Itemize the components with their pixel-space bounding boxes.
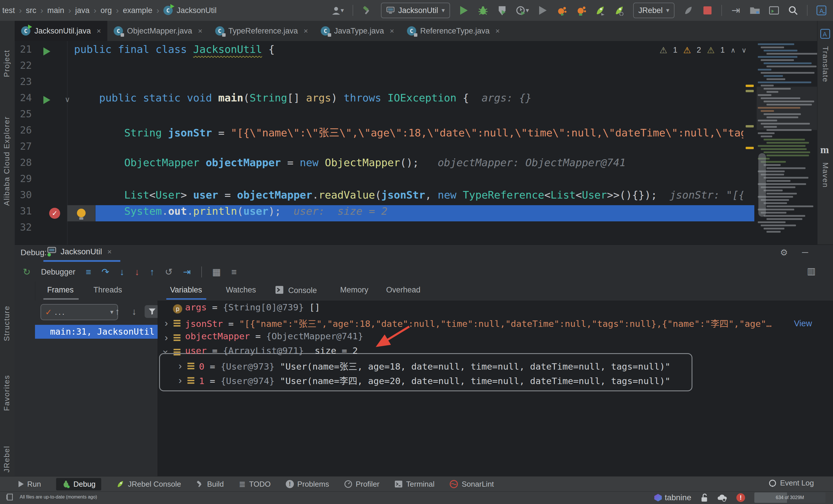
tab-overhead[interactable]: Overhead <box>386 285 421 295</box>
tree-expand-icon[interactable]: › <box>162 331 171 344</box>
frame-down-icon[interactable]: ↓ <box>132 307 137 316</box>
event-log-button[interactable]: Event Log <box>768 479 814 487</box>
rerun-icon[interactable]: ↻ <box>23 267 31 277</box>
cloud-settings-icon[interactable] <box>717 494 727 502</box>
close-icon[interactable]: × <box>107 247 112 256</box>
frame-up-icon[interactable]: ↑ <box>115 307 120 316</box>
run-configuration-select[interactable]: JacksonUtil ▾ <box>381 3 450 18</box>
breadcrumb-item[interactable]: src <box>26 6 37 15</box>
drop-frame-icon[interactable]: ↺ <box>165 267 173 277</box>
jrebel-disabled-icon[interactable] <box>683 4 694 17</box>
step-over-icon[interactable]: ↷ <box>101 267 109 277</box>
close-tab-icon[interactable]: × <box>390 27 394 35</box>
tree-expand-icon[interactable]: › <box>176 359 185 372</box>
toolbar-item-run[interactable]: Run <box>19 480 41 489</box>
fold-marker-icon[interactable]: ∨ <box>63 92 72 108</box>
variable-row[interactable]: 0 = {User@973} "User(name=张三, age=18, da… <box>199 359 792 373</box>
force-step-into-icon[interactable]: ↓ <box>135 267 139 277</box>
jrebel-run-icon[interactable] <box>595 4 605 17</box>
variable-row[interactable]: jsonStr = "[{"name":"张三","age":18,"date"… <box>185 317 792 330</box>
run-button[interactable] <box>459 4 469 17</box>
build-hammer-icon[interactable] <box>362 4 372 17</box>
show-execution-point-icon[interactable]: ≡ <box>86 267 91 277</box>
ide-error-notification-icon[interactable]: ! <box>736 493 745 502</box>
editor-tab[interactable]: ObjectMapper.java× <box>107 21 209 41</box>
tab-memory[interactable]: Memory <box>340 285 368 295</box>
stack-frame-selected[interactable]: main:31, JacksonUtil <box>35 325 158 339</box>
evaluate-expression-icon[interactable]: ▦ <box>212 267 221 277</box>
tree-expand-icon[interactable]: › <box>176 374 185 386</box>
profiler-button[interactable]: ▾ <box>516 4 529 17</box>
editor-tab[interactable]: TypeReference.java× <box>209 21 314 41</box>
tree-expand-icon[interactable]: › <box>162 317 171 329</box>
tree-collapse-icon[interactable]: › <box>160 347 173 356</box>
close-tab-icon[interactable]: × <box>198 27 202 35</box>
maven-icon[interactable]: m <box>820 144 829 156</box>
toolbar-item-profiler[interactable]: Profiler <box>344 480 379 489</box>
toolbar-item-todo[interactable]: ≣ TODO <box>239 479 271 489</box>
variables-view-settings-icon[interactable]: ≡ <box>231 267 237 277</box>
user-account-icon[interactable]: ▾ <box>331 4 344 17</box>
sidebar-item-translate[interactable]: Translate <box>821 46 830 82</box>
tab-console[interactable]: Console <box>275 285 317 295</box>
tab-variables[interactable]: Variables <box>170 285 202 295</box>
breadcrumb-item[interactable]: java <box>75 6 90 15</box>
async-profiler-alloc-icon[interactable] <box>576 4 586 17</box>
run-with-coverage-button[interactable] <box>497 4 507 17</box>
breakpoint-icon[interactable]: ✓ <box>49 208 60 219</box>
async-profiler-cpu-icon[interactable] <box>557 4 567 17</box>
debug-session-tab[interactable]: JacksonUtil × <box>47 247 112 257</box>
step-into-icon[interactable]: ↓ <box>120 267 124 277</box>
variable-row[interactable]: args = {String[0]@739} [] <box>185 302 792 316</box>
toolbar-item-build[interactable]: Build <box>196 480 224 489</box>
unlocked-icon[interactable] <box>700 493 708 502</box>
toolbar-item-problems[interactable]: ! Problems <box>286 480 329 489</box>
breadcrumb-item[interactable]: JacksonUtil <box>177 6 217 15</box>
open-folder-icon[interactable] <box>750 4 760 17</box>
close-tab-icon[interactable]: × <box>304 27 308 35</box>
error-stripe-mark[interactable] <box>746 85 754 87</box>
debug-button[interactable] <box>478 4 488 17</box>
breadcrumb-item[interactable]: example <box>123 6 152 15</box>
run-line-icon[interactable] <box>43 96 50 104</box>
error-stripe-mark[interactable] <box>746 90 754 92</box>
debug-settings-gear-icon[interactable]: ⚙ <box>780 247 788 257</box>
sidebar-item-favorites[interactable]: Favorites <box>2 375 11 411</box>
toolbar-item-sonarlint[interactable]: SonarLint <box>450 480 494 489</box>
tab-watches[interactable]: Watches <box>226 285 256 295</box>
step-out-icon[interactable]: ↑ <box>150 267 154 277</box>
error-stripe-mark[interactable] <box>746 147 754 149</box>
view-string-link[interactable]: View <box>794 317 812 330</box>
editor-tab[interactable]: JacksonUtil.java× <box>15 21 107 41</box>
tabnine-widget[interactable]: tabnine <box>654 493 691 502</box>
run-line-icon[interactable] <box>43 47 50 55</box>
run-anything-icon[interactable] <box>769 4 779 17</box>
error-stripe-mark[interactable] <box>746 125 754 127</box>
close-tab-icon[interactable]: × <box>496 27 500 35</box>
tab-threads[interactable]: Threads <box>93 285 122 295</box>
search-everywhere-icon[interactable] <box>788 4 798 17</box>
translate-icon[interactable]: A <box>816 4 827 17</box>
run-disabled-button[interactable] <box>538 4 548 17</box>
toolbar-item-terminal[interactable]: Terminal <box>395 480 434 489</box>
variable-row[interactable]: objectMapper = {ObjectMapper@741} <box>185 331 792 345</box>
variable-row[interactable]: user = {ArrayList@971} size = 2 <box>185 345 792 359</box>
stop-button[interactable] <box>702 4 713 17</box>
editor-scrollbar-thumb[interactable] <box>758 153 766 217</box>
jrebel-configuration-select[interactable]: JRebel ▾ <box>633 3 674 18</box>
run-to-cursor-icon[interactable]: ⇥ <box>183 267 191 277</box>
breadcrumb-item[interactable]: org <box>101 6 112 15</box>
variable-row[interactable]: 1 = {User@974} "User(name=李四, age=20, da… <box>199 374 792 387</box>
attach-to-process-icon[interactable]: ⇥ <box>731 4 741 17</box>
sidebar-item-jrebel[interactable]: JRebel <box>2 446 11 473</box>
toolbar-item-jrebel-console[interactable]: JRebel Console <box>116 480 181 489</box>
editor-tab[interactable]: JavaType.java× <box>314 21 401 41</box>
memory-indicator[interactable]: 634 of 3029M <box>754 493 826 503</box>
minimize-tool-window-icon[interactable]: ─ <box>802 247 808 257</box>
toolbar-item-debug[interactable]: Debug <box>56 478 101 490</box>
translate-tool-icon[interactable]: A <box>820 29 830 39</box>
jrebel-debug-icon[interactable] <box>614 4 624 17</box>
breadcrumb-item[interactable]: main <box>47 6 65 15</box>
thread-selector-combo[interactable]: ✓ ... ▾ <box>41 304 118 320</box>
editor-tab[interactable]: ReferenceType.java× <box>401 21 506 41</box>
